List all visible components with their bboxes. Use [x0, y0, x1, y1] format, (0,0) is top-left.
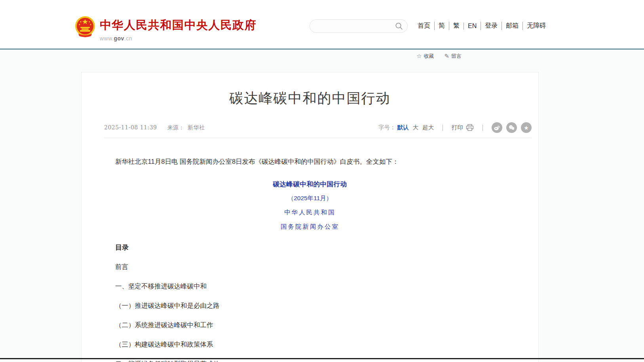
nav-item-accessibility[interactable]: 无障碍: [522, 22, 550, 30]
nav-item-mail[interactable]: 邮箱: [502, 22, 522, 30]
toolbar-divider: [483, 125, 483, 131]
article-body: 新华社北京11月8日电 国务院新闻办公室8日发布《碳达峰碳中和的中国行动》白皮书…: [82, 156, 538, 362]
article-meta-row: 2025-11-08 11:39来源：新华社 字号： 默认 大 超大 打印: [104, 122, 532, 133]
font-size-xlarge-button[interactable]: 超大: [422, 124, 434, 131]
article-title: 碳达峰碳中和的中国行动: [82, 89, 538, 108]
url-cn: .cn: [124, 35, 132, 42]
national-emblem-logo: [74, 15, 96, 38]
intro-paragraph: 新华社北京11月8日电 国务院新闻办公室8日发布《碳达峰碳中和的中国行动》白皮书…: [115, 156, 505, 167]
brand-block: 中华人民共和国中央人民政府 www.gov.cn: [100, 17, 257, 42]
nav-item-simplified[interactable]: 简: [434, 22, 449, 30]
url-www: www.: [100, 35, 114, 42]
toc-item-section1-1: （一）推进碳达峰碳中和是必由之路: [115, 301, 505, 310]
site-url: www.gov.cn: [100, 35, 257, 42]
article-container: 碳达峰碳中和的中国行动 2025-11-08 11:39来源：新华社 字号： 默…: [81, 72, 539, 362]
toc-item-section1: 一、坚定不移推进碳达峰碳中和: [115, 282, 505, 291]
nav-item-home[interactable]: 首页: [414, 22, 434, 30]
toc-item-section1-3: （三）构建碳达峰碳中和政策体系: [115, 340, 505, 349]
nav-item-english[interactable]: EN: [464, 23, 481, 30]
site-title: 中华人民共和国中央人民政府: [100, 17, 257, 33]
print-button[interactable]: 打印: [452, 124, 474, 131]
search-icon[interactable]: [395, 22, 403, 30]
article-toolbar: 字号： 默认 大 超大 打印: [378, 122, 532, 133]
site-header: 中华人民共和国中央人民政府 www.gov.cn 首页 简 繁 EN 登录 邮箱…: [0, 0, 644, 49]
article-meta: 2025-11-08 11:39来源：新华社: [104, 124, 205, 131]
toc-heading: 目录: [115, 243, 505, 252]
whitepaper-title: 碳达峰碳中和的中国行动: [115, 180, 505, 189]
top-nav: 首页 简 繁 EN 登录 邮箱 无障碍: [414, 22, 550, 30]
print-label: 打印: [452, 124, 463, 131]
wechat-share-icon[interactable]: [506, 122, 517, 133]
star-outline-icon: ☆: [416, 53, 422, 60]
screenshot-bottom-edge: [0, 358, 644, 359]
pencil-icon: ✎: [444, 53, 449, 60]
publish-date: 2025-11-08 11:39: [104, 124, 157, 131]
nav-item-login[interactable]: 登录: [481, 22, 502, 30]
font-size-large-button[interactable]: 大: [413, 124, 419, 131]
toc-item-preface: 前言: [115, 263, 505, 271]
nav-item-traditional[interactable]: 繁: [449, 22, 464, 30]
favorite-button[interactable]: ☆ 收藏: [416, 53, 434, 60]
page-background: ☆ 收藏 ✎ 留言 碳达峰碳中和的中国行动 2025-11-08 11:39来源…: [0, 49, 644, 362]
source-value[interactable]: 新华社: [188, 124, 205, 131]
printer-icon: [466, 124, 474, 131]
whitepaper-date: （2025年11月）: [115, 194, 505, 203]
search-box[interactable]: [310, 19, 408, 33]
share-icons: ★: [492, 122, 532, 133]
message-button[interactable]: ✎ 留言: [444, 53, 462, 60]
message-label: 留言: [451, 53, 462, 60]
favorite-label: 收藏: [424, 53, 434, 60]
url-gov: gov: [114, 35, 124, 42]
quick-actions: ☆ 收藏 ✎ 留言: [416, 53, 462, 60]
toolbar-divider: [443, 125, 443, 131]
toc-item-section1-2: （二）系统推进碳达峰碳中和工作: [115, 321, 505, 330]
meta-divider-line: [104, 138, 532, 138]
source-label: 来源：: [167, 124, 185, 131]
whitepaper-org-line2: 国务院新闻办公室: [115, 223, 505, 231]
star-share-icon[interactable]: ★: [521, 122, 532, 133]
search-input[interactable]: [315, 20, 393, 32]
font-size-label: 字号：: [378, 124, 396, 131]
toc-item-section2: 二、能源绿色低碳转型取得显著成效: [115, 360, 505, 362]
font-size-default-button[interactable]: 默认: [397, 124, 409, 131]
weibo-share-icon[interactable]: [492, 122, 502, 133]
whitepaper-org-line1: 中华人民共和国: [115, 208, 505, 217]
